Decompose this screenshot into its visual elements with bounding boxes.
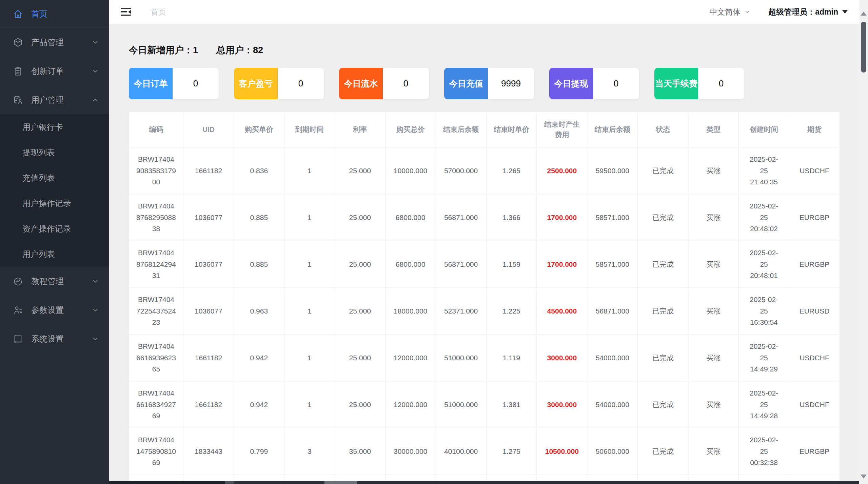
orders-table: 编码UID购买单价到期时间利率购买总价结束后余额结束时单价结束时产生费用结束后余… [129, 112, 840, 484]
cell-total-price: 10000.000 [385, 147, 436, 194]
cell-uid: 1036077 [183, 288, 234, 335]
sidebar-item-user-management[interactable]: 用户管理 [0, 85, 109, 114]
chart-icon [13, 276, 23, 286]
cell-created-at: 2025-02-25 20:48:01 [739, 241, 789, 288]
col-header-buy-price: 购买单价 [234, 112, 284, 147]
sidebar-item-parameter-settings[interactable]: 参数设置 [0, 296, 109, 324]
stat-card-customer-pnl: 客户盈亏0 [234, 68, 324, 99]
cell-code: BRW17404661693962365 [129, 335, 183, 381]
cell-code: BRW17404722543752423 [129, 288, 183, 335]
table-row: BRW1740466169396236516611820.942125.0001… [129, 335, 840, 381]
col-header-code: 编码 [129, 112, 183, 147]
cell-balance-after-end: 51000.000 [436, 381, 486, 428]
cell-total-price: 30000.000 [385, 428, 436, 475]
cell-type: 买涨 [688, 335, 739, 381]
stat-card-today-flow: 今日流水0 [339, 68, 429, 99]
cell-uid: 1661182 [183, 147, 234, 194]
new-users-stat: 今日新增用户：1 [129, 44, 198, 56]
admin-dropdown[interactable]: 超级管理员：admin [768, 7, 848, 17]
stat-card-label: 当天手续费 [654, 68, 698, 99]
cell-created-at: 2025-02-25 00:32:38 [739, 428, 789, 475]
cell-total-price: 6800.000 [385, 241, 436, 288]
sidebar-item-label: 参数设置 [31, 305, 92, 316]
cell-futures: EURGBP [789, 241, 840, 288]
sidebar-item-label: 产品管理 [31, 37, 92, 48]
sidebar-item-label: 首页 [31, 8, 99, 19]
stat-cards: 今日订单0客户盈亏0今日流水0今日充值9999今日提现0当天手续费0 [129, 68, 859, 99]
cell-uid: 1661182 [183, 335, 234, 381]
cell-end-price: 1.265 [486, 147, 537, 194]
table-row: BRW1740466168349276916611820.942125.0001… [129, 381, 840, 428]
cell-end-price: 1.159 [486, 241, 537, 288]
col-header-total-price: 购买总价 [385, 112, 436, 147]
table-row: BRW1740472254375242310360770.963125.0001… [129, 288, 840, 335]
col-header-balance-after-end: 结束后余额 [436, 112, 486, 147]
cell-status: 已完成 [638, 381, 688, 428]
chevron-down-icon [92, 335, 99, 343]
vertical-scrollbar[interactable] [859, 0, 868, 484]
sidebar-subitem-withdraw-list[interactable]: 提现列表 [0, 140, 109, 165]
col-header-uid: UID [183, 112, 234, 147]
col-header-rate: 利率 [335, 112, 385, 147]
cell-buy-price: 0.942 [234, 381, 284, 428]
col-header-type: 类型 [688, 112, 739, 147]
sidebar-submenu: 用户银行卡提现列表充值列表用户操作记录资产操作记录用户列表 [0, 114, 109, 267]
sidebar-item-home[interactable]: 首页 [0, 0, 109, 28]
cell-status: 已完成 [638, 428, 688, 475]
col-header-end-fee: 结束时产生费用 [537, 112, 587, 147]
breadcrumb[interactable]: 首页 [151, 7, 166, 17]
scroll-down-arrow-icon[interactable] [861, 475, 867, 479]
admin-label: 超级管理员：admin [768, 7, 838, 17]
cell-total-price: 12000.000 [385, 335, 436, 381]
table-body: BRW1740490835831790016611820.836125.0001… [129, 147, 840, 484]
stat-card-today-fee: 当天手续费0 [654, 68, 744, 99]
box-icon [13, 37, 23, 47]
stat-card-today-recharge: 今日充值9999 [444, 68, 534, 99]
stat-card-label: 今日订单 [129, 68, 173, 99]
cell-code: BRW17404876812429431 [129, 241, 183, 288]
cell-balance-after: 58571.000 [587, 241, 638, 288]
sidebar-subitem-asset-operation-log[interactable]: 资产操作记录 [0, 216, 109, 241]
sidebar-item-tutorial-management[interactable]: 教程管理 [0, 267, 109, 296]
cell-balance-after-end: 57000.000 [436, 147, 486, 194]
cell-status: 已完成 [638, 335, 688, 381]
sidebar-item-system-settings[interactable]: 系统设置 [0, 324, 109, 353]
cell-expire-time: 1 [284, 194, 335, 241]
cell-balance-after-end: 56871.000 [436, 194, 486, 241]
language-label: 中文简体 [709, 7, 741, 17]
stat-card-value: 0 [173, 68, 219, 99]
caret-down-icon [842, 10, 848, 14]
cell-balance-after-end: 51000.000 [436, 335, 486, 381]
cell-uid: 1661182 [183, 381, 234, 428]
cell-end-fee: 4500.000 [537, 288, 587, 335]
user-stats: 今日新增用户：1 总用户：82 [129, 44, 859, 56]
cell-end-price: 1.119 [486, 335, 537, 381]
sidebar-subitem-user-operation-log[interactable]: 用户操作记录 [0, 190, 109, 216]
chevron-up-icon [92, 96, 99, 104]
stat-card-value: 0 [383, 68, 429, 99]
scroll-up-arrow-icon[interactable] [861, 12, 867, 16]
cell-rate: 25.000 [335, 147, 385, 194]
vertical-scrollbar-thumb[interactable] [861, 22, 866, 73]
horizontal-scrollbar-thumb[interactable] [324, 481, 357, 484]
stat-card-label: 今日流水 [339, 68, 383, 99]
sidebar-item-innovation-orders[interactable]: 创新订单 [0, 57, 109, 85]
cell-balance-after: 58571.000 [587, 194, 638, 241]
col-header-balance-after: 结束后余额 [587, 112, 638, 147]
table-row: BRW1740487681242943110360770.885125.0006… [129, 241, 840, 288]
cell-code: BRW17404908358317900 [129, 147, 183, 194]
col-header-created-at: 创建时间 [739, 112, 789, 147]
col-header-expire-time: 到期时间 [284, 112, 335, 147]
cell-created-at: 2025-02-25 16:30:54 [739, 288, 789, 335]
sidebar-item-label: 创新订单 [31, 66, 92, 77]
cell-expire-time: 1 [284, 335, 335, 381]
horizontal-scrollbar[interactable] [109, 481, 868, 484]
sidebar-subitem-recharge-list[interactable]: 充值列表 [0, 165, 109, 190]
stat-card-label: 客户盈亏 [234, 68, 278, 99]
sidebar-item-product-management[interactable]: 产品管理 [0, 28, 109, 57]
sidebar-subitem-user-list[interactable]: 用户列表 [0, 241, 109, 267]
sidebar-subitem-user-bank-cards[interactable]: 用户银行卡 [0, 114, 109, 140]
language-selector[interactable]: 中文简体 [709, 7, 751, 17]
collapse-menu-icon[interactable] [121, 6, 133, 17]
cell-uid: 1036077 [183, 241, 234, 288]
